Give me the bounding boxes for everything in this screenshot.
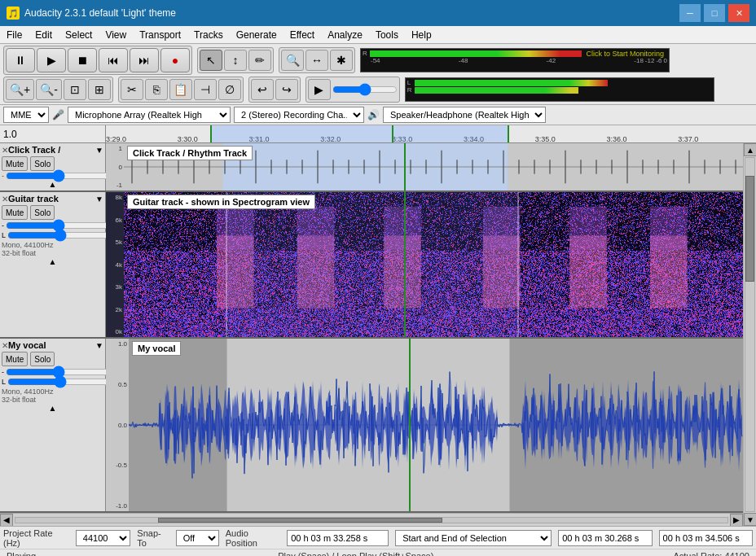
h-scroll-thumb[interactable] bbox=[158, 518, 443, 523]
cut-button[interactable]: ✂ bbox=[121, 79, 143, 100]
guitar-track-close[interactable]: ✕ bbox=[2, 195, 8, 204]
copy-button[interactable]: ⎘ bbox=[145, 79, 168, 100]
zoom-out-button[interactable]: 🔍- bbox=[36, 79, 62, 100]
menu-tracks[interactable]: Tracks bbox=[187, 28, 230, 42]
timeline-ruler[interactable]: 1.0 3:29.0 3:30.0 3:31.0 3:32.0 3:33.0 3… bbox=[0, 125, 756, 143]
zoom-in-tool-button[interactable]: 🔍 bbox=[281, 50, 304, 71]
ruler-header: 1.0 bbox=[0, 125, 106, 143]
close-button[interactable]: ✕ bbox=[728, 4, 749, 22]
vocal-waveform-canvas[interactable] bbox=[129, 339, 743, 511]
silence-button[interactable]: ∅ bbox=[218, 79, 241, 100]
project-rate-select[interactable]: 44100 bbox=[76, 530, 131, 546]
menu-help[interactable]: Help bbox=[405, 28, 438, 42]
record-button[interactable]: ● bbox=[160, 48, 190, 72]
guitar-track-menu[interactable]: ▼ bbox=[95, 195, 103, 204]
v-scroll-thumb[interactable] bbox=[745, 176, 754, 282]
vocal-track-solo[interactable]: Solo bbox=[30, 352, 55, 366]
menu-edit[interactable]: Edit bbox=[29, 28, 59, 42]
menu-generate[interactable]: Generate bbox=[230, 28, 284, 42]
zoom-sel-button[interactable]: ⊞ bbox=[88, 79, 111, 100]
skip-end-button[interactable]: ⏭ bbox=[130, 48, 159, 72]
channels-select[interactable]: 2 (Stereo) Recording Cha... bbox=[234, 107, 364, 123]
guitar-spectrogram[interactable]: 8k 6k 5k 4k 3k 2k 0k Guitar track - show… bbox=[106, 192, 743, 337]
redo-button[interactable]: ↪ bbox=[275, 79, 298, 100]
time-shift-button[interactable]: ↔ bbox=[305, 50, 328, 71]
ruler-tick-0: 3:29.0 bbox=[106, 135, 126, 143]
ruler-tick-7: 3:36.0 bbox=[606, 135, 626, 143]
device-row: MME 🎤 Microphone Array (Realtek High 2 (… bbox=[0, 105, 756, 125]
selection-end-field[interactable]: 00 h 03 m 34.506 s bbox=[659, 530, 753, 546]
stop-button[interactable]: ⏹ bbox=[68, 48, 97, 72]
v-scrollbar[interactable]: ▲ ▼ bbox=[743, 143, 756, 526]
click-to-monitor-label[interactable]: Click to Start Monitoring bbox=[582, 50, 667, 58]
menu-view[interactable]: View bbox=[99, 28, 133, 42]
menu-select[interactable]: Select bbox=[59, 28, 99, 42]
guitar-track-controls: Mute Solo bbox=[2, 205, 103, 220]
titlebar-title: Audacity 2.3.1 default 'Light' theme bbox=[24, 7, 176, 19]
minimize-button[interactable]: ─ bbox=[679, 4, 701, 22]
playhead bbox=[392, 125, 393, 143]
playing-status: Playing. bbox=[7, 551, 38, 556]
v-scroll-track[interactable] bbox=[745, 157, 755, 512]
ruler-scale[interactable]: 3:29.0 3:30.0 3:31.0 3:32.0 3:33.0 3:34.… bbox=[106, 125, 756, 143]
h-scrollbar[interactable]: ◀ ▶ bbox=[0, 513, 743, 526]
statusbar: Project Rate (Hz) 44100 Snap-To Off Audi… bbox=[0, 526, 756, 556]
h-scroll-track[interactable] bbox=[15, 517, 728, 523]
guitar-pan-slider[interactable] bbox=[7, 231, 112, 239]
scroll-left-button[interactable]: ◀ bbox=[0, 514, 13, 526]
envelope-tool-button[interactable]: ↕ bbox=[224, 50, 247, 71]
selection-dropdown[interactable]: Start and End of Selection bbox=[395, 530, 552, 546]
vocal-track-collapse[interactable]: ▲ bbox=[49, 404, 57, 413]
snap-to-select[interactable]: Off bbox=[176, 530, 219, 546]
guitar-track-solo[interactable]: Solo bbox=[30, 205, 55, 220]
menu-analyze[interactable]: Analyze bbox=[321, 28, 369, 42]
guitar-selection-region bbox=[226, 192, 519, 337]
draw-tool-button[interactable]: ✏ bbox=[248, 50, 271, 71]
titlebar-controls[interactable]: ─ □ ✕ bbox=[679, 4, 749, 22]
playback-speed-slider[interactable] bbox=[332, 85, 398, 94]
menu-transport[interactable]: Transport bbox=[133, 28, 187, 42]
playback-meter[interactable]: L R bbox=[405, 77, 714, 102]
zoom-in-button[interactable]: 🔍+ bbox=[6, 79, 34, 100]
play2-button[interactable]: ▶ bbox=[308, 79, 331, 100]
guitar-track-collapse[interactable]: ▲ bbox=[49, 257, 57, 266]
click-track-container: ✕ Click Track / ▼ Mute Solo - + ▲ bbox=[0, 143, 743, 192]
vocal-track-info: Mono, 44100Hz32-bit float bbox=[2, 387, 103, 404]
menu-effect[interactable]: Effect bbox=[284, 28, 321, 42]
selection-start-field[interactable]: 00 h 03 m 30.268 s bbox=[558, 530, 652, 546]
menu-tools[interactable]: Tools bbox=[369, 28, 405, 42]
multi-tool-button[interactable]: ✱ bbox=[330, 50, 353, 71]
maximize-button[interactable]: □ bbox=[704, 4, 725, 22]
guitar-track-header: ✕ Guitar track ▼ Mute Solo - + L R bbox=[0, 192, 106, 337]
vocal-track-menu[interactable]: ▼ bbox=[95, 341, 103, 350]
click-track-menu[interactable]: ▼ bbox=[95, 146, 103, 155]
speaker-select[interactable]: Speaker/Headphone (Realtek High bbox=[383, 107, 546, 123]
recording-bar-r bbox=[370, 50, 582, 57]
audio-position-field[interactable]: 00 h 03 m 33.258 s bbox=[287, 530, 389, 546]
vocal-waveform[interactable]: 1.0 0.5 0.0 -0.5 -1.0 My vocal bbox=[106, 339, 743, 511]
play-button[interactable]: ▶ bbox=[37, 48, 66, 72]
select-tool-button[interactable]: ↖ bbox=[200, 50, 222, 71]
paste-button[interactable]: 📋 bbox=[169, 79, 192, 100]
undo-button[interactable]: ↩ bbox=[251, 79, 274, 100]
vocal-pan-slider[interactable] bbox=[7, 378, 112, 386]
click-track-close[interactable]: ✕ bbox=[2, 146, 8, 155]
host-select[interactable]: MME bbox=[3, 107, 49, 123]
click-track-waveform[interactable]: 1 0 -1 Click Track / Rhythm Track bbox=[106, 143, 743, 190]
skip-start-button[interactable]: ⏮ bbox=[99, 48, 128, 72]
click-track-gain-slider[interactable] bbox=[6, 172, 111, 180]
click-track-collapse[interactable]: ▲ bbox=[49, 180, 57, 189]
microphone-select[interactable]: Microphone Array (Realtek High bbox=[68, 107, 231, 123]
v-scroll-up-button[interactable]: ▲ bbox=[744, 143, 756, 156]
v-scroll-down-button[interactable]: ▼ bbox=[744, 513, 756, 526]
scroll-right-button[interactable]: ▶ bbox=[730, 514, 743, 526]
vocal-track-mute[interactable]: Mute bbox=[2, 352, 28, 366]
menu-file[interactable]: File bbox=[0, 28, 29, 42]
vocal-track-close[interactable]: ✕ bbox=[2, 341, 8, 350]
zoom-fit-button[interactable]: ⊡ bbox=[64, 79, 86, 100]
pause-button[interactable]: ⏸ bbox=[6, 48, 35, 72]
trim-button[interactable]: ⊣ bbox=[194, 79, 217, 100]
guitar-track-mute[interactable]: Mute bbox=[2, 205, 28, 220]
recording-meter[interactable]: R Click to Start Monitoring -54 -48 -42 … bbox=[360, 48, 670, 72]
guitar-yaxis: 8k 6k 5k 4k 3k 2k 0k bbox=[106, 192, 124, 337]
